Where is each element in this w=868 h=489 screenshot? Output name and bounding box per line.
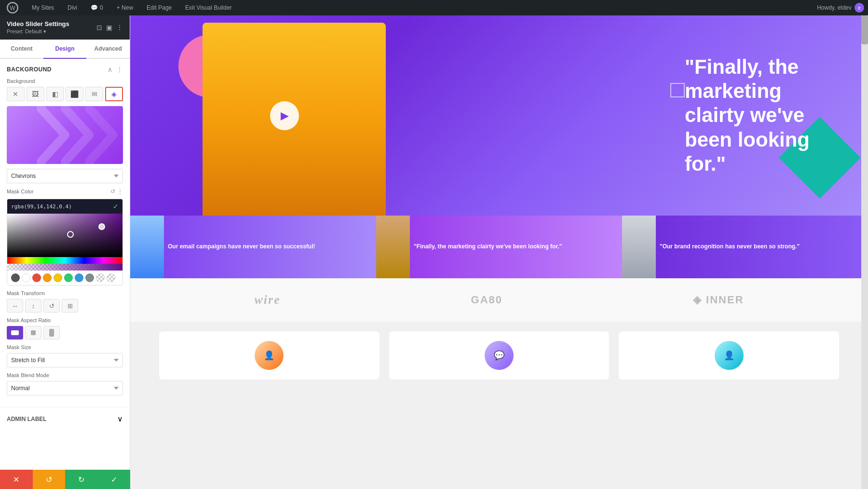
- bg-type-video[interactable]: ⬛: [66, 87, 83, 101]
- flip-v-btn[interactable]: ↕: [25, 299, 41, 312]
- section-more-icon[interactable]: ⋮: [116, 66, 123, 73]
- swatch-gray[interactable]: [85, 273, 94, 282]
- mask-blend-section: Mask Blend Mode Normal Multiply Screen O…: [7, 372, 123, 395]
- scrollbar[interactable]: [861, 15, 868, 489]
- color-swatches: [7, 271, 122, 285]
- logo-ga80-text: GA80: [471, 294, 502, 306]
- play-button[interactable]: ▶: [270, 101, 299, 130]
- color-value-text[interactable]: rgba(99,14,142,0.4): [11, 204, 110, 210]
- swatch-orange[interactable]: [43, 273, 52, 282]
- active-bg-icon: ◈: [111, 90, 117, 98]
- cancel-button[interactable]: ✕: [0, 470, 33, 489]
- more-icon[interactable]: ⋮: [116, 24, 123, 31]
- comments-item[interactable]: 💬 0: [88, 0, 106, 15]
- panel-title: Video Slider Settings: [7, 20, 69, 27]
- bg-type-color[interactable]: ◧: [46, 87, 64, 101]
- collapse-icon[interactable]: ∧: [108, 66, 112, 73]
- pattern-select[interactable]: Chevrons Dots Lines Waves: [7, 169, 123, 183]
- swatch-white[interactable]: [22, 273, 30, 282]
- thumb-quote-2: "Finally, the marketing clairty we've be…: [414, 243, 562, 251]
- exit-builder-item[interactable]: Exit Visual Builder: [182, 0, 235, 15]
- mask-blend-select[interactable]: Normal Multiply Screen Overlay: [7, 381, 123, 395]
- alpha-bar[interactable]: [7, 264, 122, 271]
- swatch-red[interactable]: [32, 273, 41, 282]
- white-cursor[interactable]: [98, 223, 105, 230]
- tab-advanced[interactable]: Advanced: [86, 40, 130, 59]
- edit-page-item[interactable]: Edit Page: [144, 0, 175, 15]
- mask-transform-label: Mask Transform: [7, 290, 123, 296]
- user-avatar[interactable]: e: [854, 3, 864, 13]
- my-sites-item[interactable]: My Sites: [29, 0, 57, 15]
- main-content: ▶ "Finally, the marketing clairty we've …: [130, 15, 868, 489]
- logo-ga80: GA80: [471, 294, 502, 306]
- bg-type-gradient[interactable]: ◈: [105, 87, 123, 101]
- avatar-initials-2: 💬: [494, 350, 504, 361]
- expand-icon[interactable]: ⊡: [96, 24, 102, 31]
- logo-wire: wire: [254, 293, 280, 307]
- tab-content[interactable]: Content: [0, 40, 43, 59]
- no-bg-icon: ✕: [13, 90, 18, 98]
- new-item[interactable]: + New: [114, 0, 136, 15]
- scroll-thumb[interactable]: [861, 15, 868, 44]
- comments-icon: 💬: [91, 4, 98, 11]
- thumbnails-row: Our email campaigns have never been so s…: [130, 216, 868, 278]
- swatch-transparent-1[interactable]: [96, 273, 105, 282]
- divi-item[interactable]: Divi: [65, 0, 80, 15]
- thumbnail-3[interactable]: "Our brand recognition has never been so…: [622, 216, 868, 278]
- color-picker: rgba(99,14,142,0.4) ✓: [7, 199, 123, 285]
- rotate-btn[interactable]: ↺: [43, 299, 60, 312]
- aspect-tall-btn[interactable]: [43, 326, 60, 340]
- mask-blend-label: Mask Blend Mode: [7, 372, 123, 378]
- background-label: Background: [7, 66, 52, 73]
- mask-aspect-section: Mask Aspect Ratio: [7, 317, 123, 340]
- color-more-icon[interactable]: ⋮: [117, 188, 123, 195]
- bg-type-image[interactable]: 🖼: [27, 87, 44, 101]
- edit-page-label: Edit Page: [147, 4, 172, 11]
- swatch-yellow[interactable]: [54, 273, 62, 282]
- pattern-icon: ✉: [92, 90, 97, 98]
- swatch-green[interactable]: [64, 273, 73, 282]
- mask-size-select[interactable]: Stretch to Fill Fit Tile: [7, 353, 123, 367]
- bg-type-pattern[interactable]: ✉: [85, 87, 103, 101]
- thumbnail-1[interactable]: Our email campaigns have never been so s…: [130, 216, 376, 278]
- logos-section: wire GA80 ◈ INNER: [130, 278, 868, 322]
- color-cursor[interactable]: [67, 231, 74, 238]
- split-icon[interactable]: ▣: [106, 24, 112, 31]
- aspect-wide-btn[interactable]: [7, 326, 23, 340]
- gradient-inner[interactable]: [7, 214, 122, 257]
- section-header: Background ∧ ⋮: [7, 66, 123, 73]
- redo-button[interactable]: ↻: [65, 470, 98, 489]
- flip-h-btn[interactable]: ↔: [7, 299, 23, 312]
- save-button[interactable]: ✓: [98, 470, 131, 489]
- panel-header: Video Slider Settings Preset: Default ▾ …: [0, 15, 130, 40]
- howdy-label: Howdy, etdev: [817, 4, 852, 11]
- hero-quote-text: "Finally, the marketing clairty we've be…: [685, 55, 810, 176]
- wp-logo-item[interactable]: W: [4, 0, 21, 15]
- thumb-quote-3: "Our brand recognition has never been so…: [660, 243, 800, 251]
- thumb-person-3: [622, 216, 656, 278]
- reset-color-icon[interactable]: ↺: [110, 188, 115, 195]
- logo-inner: ◈ INNER: [693, 294, 744, 306]
- admin-label-section[interactable]: Admin Label ∨: [0, 408, 130, 430]
- color-confirm-icon[interactable]: ✓: [113, 203, 119, 210]
- thumb-person-1: [130, 216, 164, 278]
- pattern-select-row: Chevrons Dots Lines Waves: [7, 169, 123, 183]
- thumbnail-2[interactable]: "Finally, the marketing clairty we've be…: [376, 216, 622, 278]
- bg-type-none[interactable]: ✕: [7, 87, 25, 101]
- aspect-square-btn[interactable]: [25, 326, 41, 340]
- hue-bar[interactable]: [7, 257, 122, 264]
- admin-bar: W My Sites Divi 💬 0 + New Edit Page Exit…: [0, 0, 868, 15]
- howdy-section: Howdy, etdev e: [817, 3, 864, 13]
- reset-button[interactable]: ↺: [33, 470, 66, 489]
- panel-preset[interactable]: Preset: Default ▾: [7, 28, 69, 35]
- mask-aspect-label: Mask Aspect Ratio: [7, 317, 123, 323]
- avatar-initials-1: 👤: [264, 350, 274, 361]
- swatch-blue[interactable]: [75, 273, 83, 282]
- swatch-transparent-2[interactable]: [107, 273, 115, 282]
- swatch-dark-gray[interactable]: [11, 273, 20, 282]
- mask-color-label: Mask Color: [7, 189, 108, 194]
- exit-builder-label: Exit Visual Builder: [185, 4, 232, 11]
- reset-transform-btn[interactable]: ⊞: [62, 299, 78, 312]
- tab-design[interactable]: Design: [43, 40, 87, 59]
- color-gradient-area[interactable]: [7, 214, 122, 257]
